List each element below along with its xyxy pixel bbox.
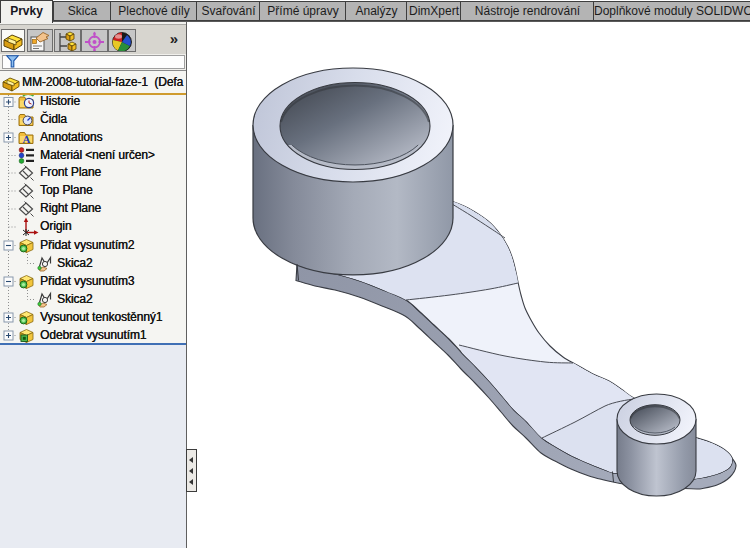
svg-text:A: A <box>23 133 31 145</box>
